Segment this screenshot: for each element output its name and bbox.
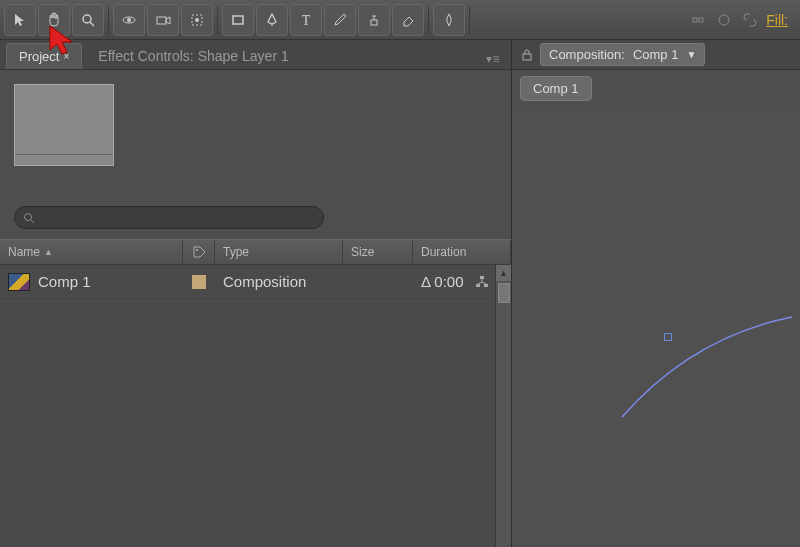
row-name: Comp 1 [38, 273, 91, 290]
column-size-label: Size [351, 245, 374, 259]
svg-rect-4 [157, 17, 166, 24]
tab-effect-controls[interactable]: Effect Controls: Shape Layer 1 [86, 43, 300, 69]
toggle-icon[interactable] [714, 10, 734, 30]
clone-stamp-tool[interactable] [358, 4, 390, 36]
svg-point-12 [719, 15, 729, 25]
table-row[interactable]: Comp 1 Composition Δ 0:00 [0, 265, 495, 299]
zoom-tool[interactable] [72, 4, 104, 36]
tag-icon [192, 245, 206, 259]
composition-tabs: Comp 1 [512, 70, 800, 107]
separator [428, 6, 429, 34]
brush-tool[interactable] [324, 4, 356, 36]
sub-tab-label: Comp 1 [533, 81, 579, 96]
row-type: Composition [223, 273, 306, 290]
selection-tool[interactable] [4, 4, 36, 36]
column-name-label: Name [8, 245, 40, 259]
scroll-thumb[interactable] [498, 283, 510, 303]
separator [217, 6, 218, 34]
svg-line-14 [31, 220, 34, 223]
composition-name: Comp 1 [633, 47, 679, 62]
camera-tool[interactable] [147, 4, 179, 36]
panel-menu-icon[interactable]: ▾≡ [481, 49, 505, 69]
label-swatch[interactable] [192, 275, 206, 289]
thumbnail-area [0, 70, 511, 200]
column-size[interactable]: Size [343, 240, 413, 264]
lock-icon[interactable] [520, 48, 534, 62]
tab-project[interactable]: Project × [6, 43, 82, 69]
project-list: Comp 1 Composition Δ 0:00 [0, 265, 511, 547]
svg-point-15 [196, 249, 198, 251]
column-type[interactable]: Type [215, 240, 343, 264]
svg-rect-9 [371, 20, 377, 25]
svg-point-6 [195, 18, 199, 22]
column-tag[interactable] [183, 240, 215, 264]
fill-label[interactable]: Fill: [766, 12, 788, 28]
search-icon [23, 212, 35, 224]
svg-point-0 [83, 15, 91, 23]
composition-icon [8, 273, 30, 291]
vertical-scrollbar[interactable]: ▲ [495, 265, 511, 547]
composition-selector[interactable]: Composition: Comp 1 ▼ [540, 43, 705, 66]
scroll-up-icon[interactable]: ▲ [496, 265, 511, 281]
close-icon[interactable]: × [63, 51, 69, 62]
main-area: Project × Effect Controls: Shape Layer 1… [0, 40, 800, 547]
svg-rect-18 [484, 284, 488, 287]
separator [469, 6, 470, 34]
composition-thumbnail[interactable] [14, 84, 114, 166]
svg-rect-16 [480, 276, 484, 279]
left-tabs: Project × Effect Controls: Shape Layer 1… [0, 40, 511, 70]
composition-canvas[interactable] [512, 107, 800, 547]
svg-line-1 [90, 22, 94, 26]
svg-rect-10 [693, 18, 697, 22]
vertex-handle[interactable] [664, 333, 672, 341]
column-duration-label: Duration [421, 245, 466, 259]
project-columns: Name ▲ Type Size Duration [0, 239, 511, 265]
flowchart-icon[interactable] [475, 275, 489, 289]
eraser-tool[interactable] [392, 4, 424, 36]
svg-rect-11 [699, 18, 703, 22]
tab-project-label: Project [19, 49, 59, 64]
svg-rect-7 [233, 16, 243, 24]
composition-panel: Composition: Comp 1 ▼ Comp 1 [512, 40, 800, 547]
text-tool[interactable]: T [290, 4, 322, 36]
pin-tool[interactable] [433, 4, 465, 36]
project-panel: Project × Effect Controls: Shape Layer 1… [0, 40, 512, 547]
snap-icon[interactable] [688, 10, 708, 30]
svg-rect-17 [476, 284, 480, 287]
main-toolbar: T Fill: [0, 0, 800, 40]
rectangle-tool[interactable] [222, 4, 254, 36]
svg-point-13 [25, 213, 32, 220]
column-type-label: Type [223, 245, 249, 259]
pen-tool[interactable] [256, 4, 288, 36]
sort-ascending-icon: ▲ [44, 247, 53, 257]
search-row [0, 200, 511, 239]
column-duration[interactable]: Duration [413, 240, 511, 264]
shape-path[interactable] [612, 307, 800, 427]
svg-rect-19 [523, 54, 531, 60]
composition-header: Composition: Comp 1 ▼ [512, 40, 800, 70]
link-icon[interactable] [740, 10, 760, 30]
search-input[interactable] [14, 206, 324, 229]
svg-text:T: T [302, 13, 311, 28]
row-duration: Δ 0:00 [421, 273, 464, 290]
hand-tool[interactable] [38, 4, 70, 36]
tab-effect-controls-label: Effect Controls: Shape Layer 1 [98, 48, 288, 64]
pan-behind-tool[interactable] [181, 4, 213, 36]
orbit-tool[interactable] [113, 4, 145, 36]
composition-label: Composition: [549, 47, 625, 62]
column-name[interactable]: Name ▲ [0, 240, 183, 264]
chevron-down-icon: ▼ [686, 49, 696, 60]
separator [108, 6, 109, 34]
tab-comp1[interactable]: Comp 1 [520, 76, 592, 101]
svg-point-3 [127, 18, 131, 22]
